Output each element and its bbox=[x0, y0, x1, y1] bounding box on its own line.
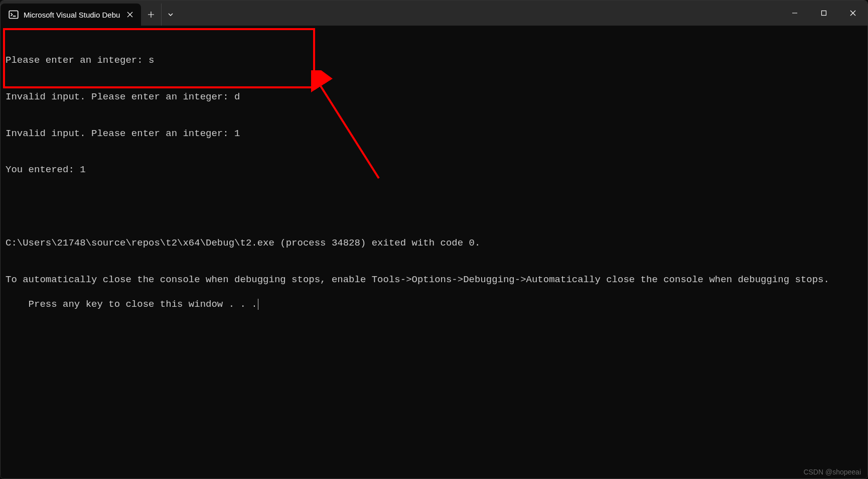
terminal-icon bbox=[9, 10, 19, 20]
terminal-line: Please enter an integer: s bbox=[6, 54, 862, 66]
window-controls bbox=[780, 1, 867, 26]
new-tab-button[interactable] bbox=[141, 4, 161, 26]
terminal-line-last: Press any key to close this window . . . bbox=[29, 299, 258, 310]
watermark-text: CSDN @shopeeai bbox=[803, 468, 861, 476]
tab-active[interactable]: Microsoft Visual Studio Debu bbox=[1, 4, 141, 26]
maximize-button[interactable] bbox=[809, 1, 838, 26]
terminal-output[interactable]: Please enter an integer: s Invalid input… bbox=[1, 26, 867, 478]
tab-area: Microsoft Visual Studio Debu bbox=[1, 1, 780, 26]
titlebar: Microsoft Visual Studio Debu bbox=[1, 1, 867, 26]
minimize-button[interactable] bbox=[780, 1, 809, 26]
close-button[interactable] bbox=[838, 1, 867, 26]
terminal-line: To automatically close the console when … bbox=[6, 274, 862, 286]
terminal-line bbox=[6, 200, 862, 212]
terminal-line: You entered: 1 bbox=[6, 164, 862, 176]
tab-close-button[interactable] bbox=[125, 10, 135, 20]
console-window: Microsoft Visual Studio Debu bbox=[0, 0, 868, 479]
terminal-line: Invalid input. Please enter an integer: … bbox=[6, 91, 862, 103]
terminal-line: Invalid input. Please enter an integer: … bbox=[6, 128, 862, 140]
tab-title: Microsoft Visual Studio Debu bbox=[24, 11, 120, 19]
tab-dropdown-button[interactable] bbox=[161, 4, 179, 26]
terminal-line: C:\Users\21748\source\repos\t2\x64\Debug… bbox=[6, 237, 862, 249]
svg-rect-0 bbox=[9, 11, 18, 19]
svg-rect-7 bbox=[822, 11, 826, 16]
cursor-icon bbox=[258, 299, 258, 310]
